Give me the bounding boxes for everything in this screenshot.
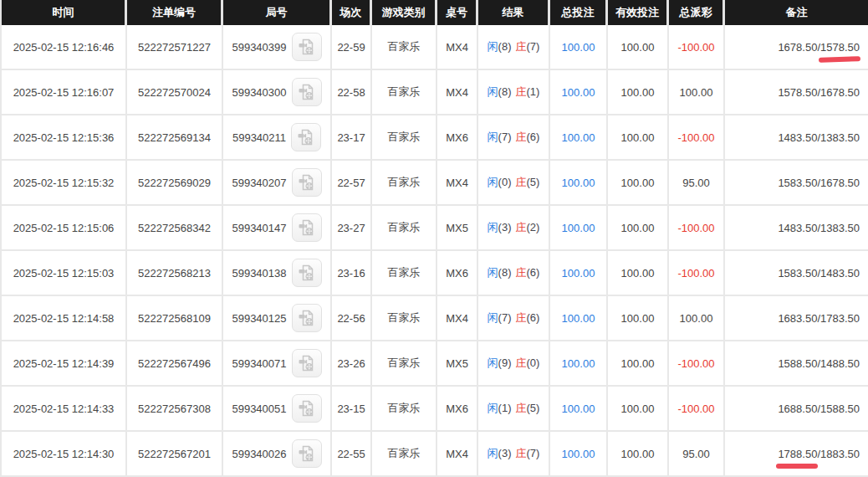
table-no-cell: MX4: [437, 161, 478, 206]
table-row: 2025-02-15 12:14:33 522272567308 5993400…: [0, 387, 868, 432]
payout-cell: -100.00: [669, 115, 725, 161]
header-bet-no: 注单编号: [127, 0, 223, 25]
result-cell: 闲(3)庄(2): [478, 206, 550, 251]
remark-cell: 1483.50/1383.50: [725, 115, 868, 161]
total-bet-cell: 100.00: [550, 251, 608, 296]
bet-no-cell: 522272567496: [127, 341, 223, 387]
bet-no-cell: 522272570024: [127, 70, 223, 115]
round-no-cell: 599340211: [223, 115, 332, 161]
total-bet-value: 100.00: [562, 222, 595, 234]
remark-left: 1483.50: [778, 222, 817, 234]
valid-bet-cell: 100.00: [608, 115, 669, 161]
payout-value: 100.00: [680, 312, 713, 325]
bet-no-cell: 522272568213: [127, 251, 223, 296]
video-replay-button[interactable]: [292, 304, 322, 332]
game-type-cell: 百家乐: [372, 432, 437, 477]
round-no-value: 599340300: [232, 86, 286, 99]
remark-cell: 1683.50/1783.50: [725, 296, 868, 341]
table-row: 2025-02-15 12:15:03 522272568213 5993401…: [0, 251, 868, 296]
header-game-type: 游戏类别: [372, 0, 437, 25]
total-bet-cell: 100.00: [550, 161, 608, 206]
payout-value: 95.00: [682, 177, 710, 189]
video-file-icon: [297, 398, 317, 418]
valid-bet-cell: 100.00: [608, 432, 669, 477]
result-cell: 闲(9)庄(0): [478, 341, 550, 387]
remark-cell: 1588.50/1488.50: [725, 341, 868, 387]
result-cell: 闲(0)庄(5): [478, 161, 550, 206]
round-no-value: 599340207: [232, 177, 286, 189]
header-round-no: 局号: [223, 0, 332, 25]
video-replay-button[interactable]: [292, 78, 322, 106]
video-replay-button[interactable]: [292, 259, 322, 287]
game-type-cell: 百家乐: [372, 70, 437, 115]
total-bet-value: 100.00: [562, 267, 595, 280]
remark-right: 1578.50: [820, 41, 860, 54]
total-bet-cell: 100.00: [550, 25, 608, 70]
header-payout: 总派彩: [669, 0, 725, 25]
video-replay-button[interactable]: [292, 213, 322, 242]
result-player: 闲(3): [488, 447, 512, 459]
result-cell: 闲(8)庄(1): [478, 70, 550, 115]
video-replay-button[interactable]: [292, 394, 322, 423]
total-bet-value: 100.00: [562, 403, 595, 415]
total-bet-value: 100.00: [562, 177, 595, 189]
result-banker: 庄(6): [516, 266, 540, 279]
remark-left: 1683.50: [778, 312, 817, 325]
total-bet-value: 100.00: [562, 41, 595, 54]
video-file-icon: [297, 82, 317, 102]
payout-cell: 100.00: [669, 296, 725, 341]
time-cell: 2025-02-15 12:15:36: [0, 115, 127, 161]
table-no-cell: MX6: [437, 251, 478, 296]
remark-right: 1783.50: [820, 312, 860, 325]
video-replay-button[interactable]: [292, 33, 322, 61]
game-type-cell: 百家乐: [372, 25, 437, 70]
remark-cell: 1483.50/1383.50: [725, 206, 868, 251]
round-no-value: 599340026: [232, 448, 286, 460]
round-no-cell: 599340125: [223, 296, 332, 341]
table-no-cell: MX6: [437, 115, 478, 161]
payout-cell: -100.00: [669, 341, 725, 387]
payout-cell: -100.00: [669, 251, 725, 296]
bet-records-table: 时间 注单编号 局号 场次 游戏类别 桌号 结果 总投注 有效投注 总派彩 备注…: [0, 0, 868, 477]
time-cell: 2025-02-15 12:15:06: [0, 206, 127, 251]
header-result: 结果: [478, 0, 550, 25]
video-replay-button[interactable]: [292, 349, 322, 377]
remark-left: 1588.50: [778, 357, 817, 370]
table-row: 2025-02-15 12:16:46 522272571227 5993403…: [0, 25, 868, 70]
bet-no-cell: 522272571227: [127, 25, 223, 70]
total-bet-cell: 100.00: [550, 115, 608, 161]
result-player: 闲(9): [488, 356, 512, 369]
result-cell: 闲(7)庄(6): [478, 115, 550, 161]
video-replay-button[interactable]: [292, 168, 322, 197]
video-replay-button[interactable]: [291, 123, 321, 151]
result-cell: 闲(8)庄(6): [478, 251, 550, 296]
remark-right: 1883.50: [820, 448, 860, 460]
time-cell: 2025-02-15 12:14:30: [0, 432, 127, 477]
game-type-cell: 百家乐: [372, 341, 437, 387]
payout-cell: -100.00: [669, 206, 725, 251]
round-no-value: 599340051: [232, 403, 286, 415]
header-valid-bet: 有效投注: [608, 0, 669, 25]
remark-right: 1383.50: [820, 222, 860, 234]
valid-bet-cell: 100.00: [608, 296, 669, 341]
game-type-cell: 百家乐: [372, 206, 437, 251]
payout-value: -100.00: [677, 357, 714, 370]
total-bet-value: 100.00: [562, 448, 595, 460]
video-replay-button[interactable]: [292, 439, 322, 468]
remark-cell: 1583.50/1678.50: [725, 161, 868, 206]
remark-left: 1583.50: [778, 177, 817, 189]
session-cell: 22-57: [332, 161, 372, 206]
time-cell: 2025-02-15 12:16:07: [0, 70, 127, 115]
game-type-cell: 百家乐: [372, 387, 437, 432]
payout-value: -100.00: [677, 403, 714, 415]
total-bet-cell: 100.00: [550, 70, 608, 115]
result-player: 闲(8): [488, 266, 512, 279]
total-bet-cell: 100.00: [550, 387, 608, 432]
table-no-cell: MX6: [437, 387, 478, 432]
result-banker: 庄(6): [516, 311, 540, 324]
header-table-no: 桌号: [437, 0, 478, 25]
time-cell: 2025-02-15 12:14:33: [0, 387, 127, 432]
video-file-icon: [297, 444, 317, 464]
result-banker: 庄(1): [516, 85, 540, 98]
total-bet-value: 100.00: [562, 86, 595, 99]
